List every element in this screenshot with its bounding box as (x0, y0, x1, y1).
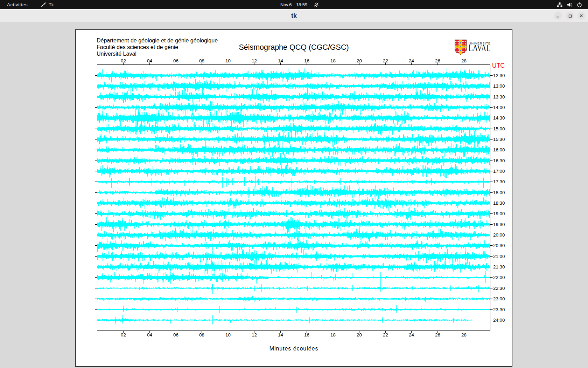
svg-text:Séismographe QCQ (CGC/GSC): Séismographe QCQ (CGC/GSC) (239, 43, 349, 52)
svg-text:12: 12 (252, 332, 257, 338)
svg-text:21:30: 21:30 (493, 264, 505, 270)
svg-text:21:00: 21:00 (493, 254, 505, 259)
svg-text:20: 20 (357, 332, 362, 338)
svg-text:16:30: 16:30 (493, 158, 505, 163)
svg-text:22: 22 (383, 332, 388, 338)
svg-text:02: 02 (121, 58, 126, 63)
svg-text:20:00: 20:00 (493, 232, 505, 238)
svg-text:23:00: 23:00 (493, 296, 505, 301)
svg-text:18: 18 (330, 332, 336, 338)
svg-text:20: 20 (357, 58, 362, 63)
svg-text:28: 28 (461, 58, 467, 63)
svg-text:26: 26 (435, 58, 440, 63)
svg-text:02: 02 (121, 332, 126, 338)
svg-text:16:00: 16:00 (493, 147, 505, 152)
svg-text:15:30: 15:30 (493, 137, 505, 142)
svg-text:LAVAL: LAVAL (469, 43, 491, 53)
svg-text:08: 08 (199, 58, 204, 63)
svg-text:23:30: 23:30 (493, 307, 505, 312)
svg-text:UTC: UTC (492, 62, 505, 69)
svg-text:15:00: 15:00 (493, 126, 505, 131)
svg-text:22:30: 22:30 (493, 286, 505, 291)
svg-text:24: 24 (409, 332, 414, 338)
svg-text:24: 24 (409, 58, 414, 63)
svg-text:08: 08 (199, 332, 204, 338)
svg-text:14:30: 14:30 (493, 115, 505, 121)
svg-text:24:00: 24:00 (493, 318, 505, 323)
svg-text:Université Laval: Université Laval (97, 51, 136, 57)
svg-text:22: 22 (383, 58, 388, 63)
svg-text:17:00: 17:00 (493, 169, 505, 174)
svg-text:18: 18 (330, 58, 336, 63)
svg-text:22:00: 22:00 (493, 275, 505, 280)
svg-text:20:30: 20:30 (493, 243, 505, 248)
svg-text:18:00: 18:00 (493, 190, 505, 195)
svg-text:Département de géologie et de: Département de géologie et de génie géol… (97, 38, 218, 43)
svg-text:16: 16 (304, 332, 309, 338)
svg-text:06: 06 (173, 58, 178, 63)
svg-text:14: 14 (278, 332, 283, 338)
svg-text:04: 04 (147, 58, 152, 63)
svg-text:26: 26 (435, 332, 440, 338)
svg-text:Faculté des sciences et de gén: Faculté des sciences et de génie (97, 44, 178, 50)
svg-text:14: 14 (278, 58, 283, 63)
svg-text:14:00: 14:00 (493, 105, 505, 110)
svg-text:17:30: 17:30 (493, 179, 505, 184)
svg-text:28: 28 (461, 332, 467, 338)
svg-text:04: 04 (147, 332, 152, 338)
svg-text:19:00: 19:00 (493, 211, 505, 216)
svg-text:10: 10 (225, 332, 231, 338)
svg-text:12: 12 (252, 58, 257, 63)
svg-text:13:30: 13:30 (493, 94, 505, 100)
svg-text:10: 10 (225, 58, 231, 63)
svg-text:19:30: 19:30 (493, 222, 505, 227)
svg-text:16: 16 (304, 58, 309, 63)
svg-text:Minutes écoulées: Minutes écoulées (270, 346, 318, 352)
svg-text:12:30: 12:30 (493, 73, 505, 78)
svg-text:13:00: 13:00 (493, 83, 505, 89)
svg-text:06: 06 (173, 332, 178, 338)
svg-text:18:30: 18:30 (493, 200, 505, 206)
